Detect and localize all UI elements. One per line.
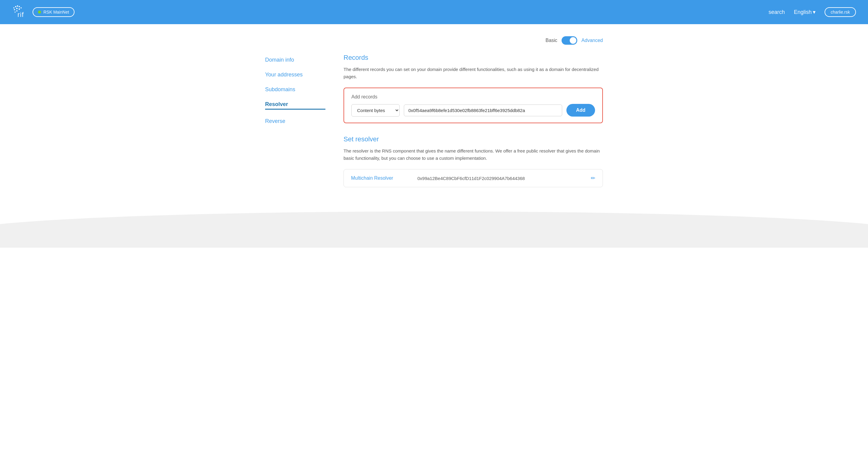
svg-rect-3 xyxy=(19,6,20,7)
resolver-table: Multichain Resolver 0x99a12Be4C89CbF6cfD… xyxy=(343,169,603,187)
main-content: Records The different records you can se… xyxy=(343,54,603,187)
logo[interactable]: rif xyxy=(12,5,27,19)
resolver-name: Multichain Resolver xyxy=(351,175,411,181)
records-section-title: Records xyxy=(343,54,603,62)
add-records-label: Add records xyxy=(351,94,595,100)
sidebar-item-subdomains[interactable]: Subdomains xyxy=(265,86,326,93)
search-button[interactable]: search xyxy=(769,9,785,16)
footer-wave xyxy=(0,212,868,248)
header-right: search English ▾ charlie.rsk xyxy=(769,7,856,17)
add-records-row: Content bytes Address Text Add xyxy=(351,104,595,117)
user-account-button[interactable]: charlie.rsk xyxy=(825,7,856,17)
add-records-box: Add records Content bytes Address Text A… xyxy=(343,88,603,123)
sidebar-item-domain-info[interactable]: Domain info xyxy=(265,57,326,63)
svg-rect-2 xyxy=(17,5,18,7)
svg-rect-1 xyxy=(15,6,16,7)
network-badge[interactable]: RSK MainNet xyxy=(33,7,74,17)
resolver-address: 0x99a12Be4C89CbF6cfD11d1F2c029904A7b6443… xyxy=(417,176,585,181)
svg-rect-5 xyxy=(14,9,15,10)
svg-text:rif: rif xyxy=(18,11,24,19)
svg-rect-0 xyxy=(13,7,14,8)
resolver-description: The resolver is the RNS component that g… xyxy=(343,147,603,162)
network-label: RSK MainNet xyxy=(43,10,69,15)
svg-rect-8 xyxy=(14,11,16,13)
chevron-down-icon: ▾ xyxy=(813,9,815,16)
sidebar: Domain info Your addresses Subdomains Re… xyxy=(265,54,326,187)
records-section: Records The different records you can se… xyxy=(343,54,603,123)
language-selector[interactable]: English ▾ xyxy=(794,9,815,16)
main-container: Basic Advanced Domain info Your addresse… xyxy=(253,24,615,187)
logo-icon: rif xyxy=(12,5,27,19)
record-value-input[interactable] xyxy=(404,105,562,116)
advanced-toggle-label: Advanced xyxy=(582,38,603,43)
edit-resolver-icon[interactable]: ✏ xyxy=(591,175,595,181)
content-area: Domain info Your addresses Subdomains Re… xyxy=(265,54,603,187)
resolver-section: Set resolver The resolver is the RNS com… xyxy=(343,135,603,187)
svg-rect-6 xyxy=(16,8,18,9)
network-status-dot xyxy=(38,10,41,13)
add-record-button[interactable]: Add xyxy=(566,104,595,117)
header-left: rif RSK MainNet xyxy=(12,5,74,19)
svg-rect-7 xyxy=(19,8,20,10)
language-label: English xyxy=(794,9,812,16)
basic-toggle-label: Basic xyxy=(546,38,557,43)
record-type-select[interactable]: Content bytes Address Text xyxy=(351,104,400,117)
view-toggle-bar: Basic Advanced xyxy=(265,36,603,45)
records-description: The different records you can set on you… xyxy=(343,66,603,80)
sidebar-item-resolver[interactable]: Resolver xyxy=(265,101,326,110)
svg-rect-4 xyxy=(21,7,22,8)
advanced-toggle-switch[interactable] xyxy=(562,36,577,45)
resolver-row: Multichain Resolver 0x99a12Be4C89CbF6cfD… xyxy=(344,169,602,187)
sidebar-item-your-addresses[interactable]: Your addresses xyxy=(265,72,326,78)
sidebar-item-reverse[interactable]: Reverse xyxy=(265,118,326,124)
resolver-section-title: Set resolver xyxy=(343,135,603,143)
header: rif RSK MainNet search English ▾ charlie… xyxy=(0,0,868,24)
